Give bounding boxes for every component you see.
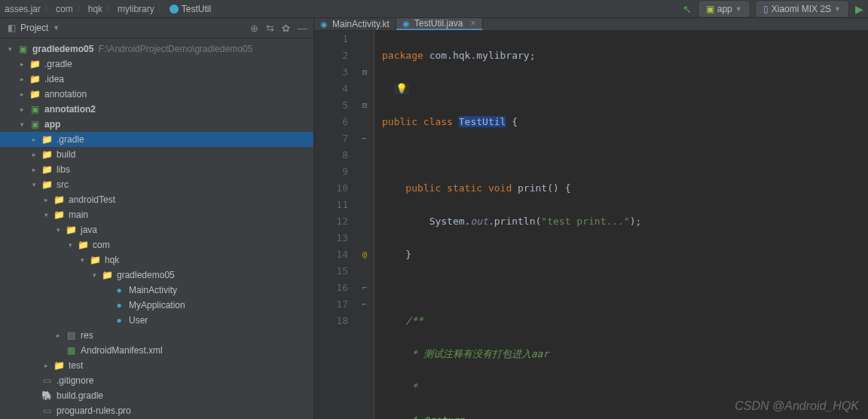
tree-item[interactable]: ▸📁.idea [0, 72, 313, 87]
crumb[interactable]: hqk [88, 4, 102, 14]
bulb-icon[interactable]: 💡 [394, 83, 409, 94]
tree-item[interactable]: ▸▤res [0, 328, 313, 343]
code-editor[interactable]: 123456789101112131415161718 ⊟⊟⌐@⌐⌐ packa… [314, 31, 868, 419]
tree-item[interactable]: ▭.gitignore [0, 373, 313, 388]
hide-icon[interactable]: — [298, 23, 307, 34]
class-icon [170, 5, 179, 14]
config-label: app [717, 4, 732, 14]
tree-item[interactable]: ▸📁.gradle [0, 132, 313, 147]
tree-item[interactable]: ▾📁src [0, 177, 313, 192]
tree-item[interactable]: ●User [0, 313, 313, 328]
project-panel-header: ◧ Project ▼ ⊕ ⇆ ✿ — [0, 18, 313, 38]
tree-item[interactable]: ▾▣app [0, 117, 313, 132]
crumb[interactable]: mylibrary [118, 4, 154, 14]
chevron-right-icon: 〉 [76, 2, 85, 15]
chevron-down-icon: ▼ [834, 5, 841, 13]
chevron-down-icon[interactable]: ▼ [53, 24, 60, 32]
tree-item[interactable]: ▸📁annotation [0, 87, 313, 102]
tab-label: TestUtil.java [414, 18, 463, 29]
project-sidebar: ◧ Project ▼ ⊕ ⇆ ✿ — ▾▣gradledemo05F:\And… [0, 18, 314, 419]
tree-root[interactable]: ▾▣gradledemo05F:\AndroidProjectDemo\grad… [0, 41, 313, 57]
tree-item[interactable]: ▦AndroidManifest.xml [0, 343, 313, 358]
chevron-right-icon: 〉 [105, 2, 115, 15]
device-label: Xiaomi MIX 2S [772, 4, 831, 14]
kotlin-file-icon: ◉ [320, 20, 328, 29]
crumb[interactable]: com [56, 4, 73, 14]
java-file-icon: ◉ [402, 19, 410, 29]
tree-item[interactable]: ▸📁libs [0, 162, 313, 177]
phone-icon: ▯ [763, 4, 769, 14]
chevron-right-icon: 〉 [44, 2, 53, 15]
tree-item[interactable]: ▸📁test [0, 358, 313, 373]
tree-item[interactable]: ▸📁build [0, 147, 313, 162]
project-tree[interactable]: ▾▣gradledemo05F:\AndroidProjectDemo\grad… [0, 38, 313, 419]
gear-icon[interactable]: ✿ [282, 23, 290, 34]
tree-item[interactable]: ▾📁main [0, 207, 313, 222]
toolbar-right: ↖ ▣ app ▼ ▯ Xiaomi MIX 2S ▼ ▶ [683, 2, 863, 17]
line-numbers: 123456789101112131415161718 [314, 31, 356, 419]
navigation-bar: asses.jar 〉 com 〉 hqk 〉 mylibrary 〉 Test… [0, 0, 868, 18]
collapse-icon[interactable]: ⇆ [266, 23, 274, 34]
run-icon[interactable]: ▶ [855, 3, 863, 15]
chevron-right-icon: 〉 [157, 2, 167, 15]
editor-tab-active[interactable]: ◉ TestUtil.java × [396, 18, 483, 30]
close-icon[interactable]: × [470, 18, 475, 29]
tree-item[interactable]: ▾📁com [0, 237, 313, 252]
code-content[interactable]: package com.hqk.mylibrary; 💡 public clas… [374, 31, 868, 419]
chevron-down-icon: ▼ [735, 5, 742, 13]
tree-item[interactable]: ▾📁hqk [0, 252, 313, 268]
tree-item[interactable]: ▾📁gradledemo05 [0, 268, 313, 283]
target-icon[interactable]: ⊕ [250, 23, 258, 34]
device-selector[interactable]: ▯ Xiaomi MIX 2S ▼ [756, 2, 848, 17]
build-icon[interactable]: ↖ [683, 3, 692, 15]
crumb-active[interactable]: TestUtil [170, 4, 211, 14]
tree-item[interactable]: ▾📁java [0, 222, 313, 237]
tree-item[interactable]: ▭proguard-rules.pro [0, 403, 313, 418]
editor-tabs: ◉ MainActivity.kt ◉ TestUtil.java × [314, 18, 868, 31]
breadcrumbs: asses.jar 〉 com 〉 hqk 〉 mylibrary 〉 Test… [5, 2, 211, 15]
panel-title[interactable]: Project [20, 23, 48, 33]
tree-item[interactable]: ●MyApplication [0, 298, 313, 313]
fold-column[interactable]: ⊟⊟⌐@⌐⌐ [356, 31, 374, 419]
view-icon: ◧ [8, 23, 16, 33]
tree-item[interactable]: ▸📁.gradle [0, 57, 313, 72]
tree-item[interactable]: ▸▣annotation2 [0, 102, 313, 117]
tab-label: MainActivity.kt [332, 19, 390, 29]
crumb[interactable]: asses.jar [5, 4, 41, 14]
tree-item[interactable]: ●MainActivity [0, 283, 313, 298]
tree-item[interactable]: ▸📁androidTest [0, 192, 313, 207]
run-config-selector[interactable]: ▣ app ▼ [699, 2, 749, 17]
android-icon: ▣ [706, 4, 714, 14]
editor-tab[interactable]: ◉ MainActivity.kt [314, 18, 396, 30]
tree-item[interactable]: 🐘build.gradle [0, 388, 313, 403]
